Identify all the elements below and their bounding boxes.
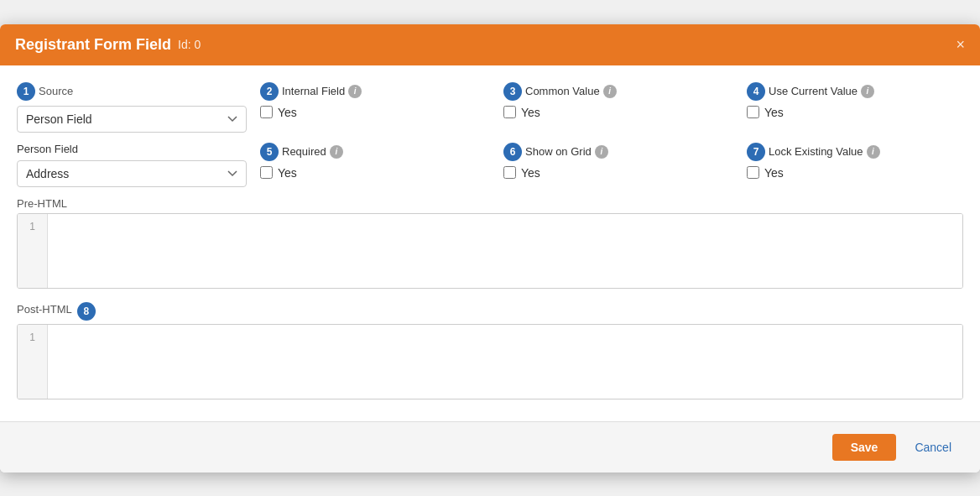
use-current-value-checkbox[interactable] bbox=[747, 106, 759, 118]
modal-container: Registrant Form Field Id: 0 × 1 Source P… bbox=[0, 24, 980, 473]
use-current-value-checkbox-label: Yes bbox=[764, 106, 784, 119]
step-badge-4: 4 bbox=[747, 82, 765, 101]
required-checkbox[interactable] bbox=[260, 166, 273, 179]
lock-existing-value-label-row: 7 Lock Existing Value i bbox=[747, 143, 950, 161]
use-current-value-col: 4 Use Current Value i Yes bbox=[747, 82, 963, 119]
common-value-info-icon[interactable]: i bbox=[603, 85, 617, 98]
step-badge-2: 2 bbox=[260, 82, 279, 101]
fields-row-2: Person Field Address 5 Required i Yes bbox=[17, 143, 963, 187]
common-value-checkbox-row: Yes bbox=[503, 106, 733, 119]
common-value-label-row: 3 Common Value i bbox=[503, 82, 733, 101]
person-field-label-row: Person Field bbox=[17, 143, 247, 155]
required-checkbox-label: Yes bbox=[278, 166, 297, 180]
internal-field-label-text: Internal Field bbox=[282, 85, 345, 97]
modal-body: 1 Source Person Field 2 Internal Field i… bbox=[0, 65, 980, 421]
source-label-row: 1 Source bbox=[17, 82, 247, 101]
common-value-checkbox[interactable] bbox=[503, 106, 516, 118]
show-on-grid-info-icon[interactable]: i bbox=[595, 145, 608, 159]
internal-field-checkbox-label: Yes bbox=[278, 106, 297, 119]
use-current-value-checkbox-row: Yes bbox=[747, 106, 950, 119]
step-badge-1: 1 bbox=[17, 82, 35, 101]
lock-existing-value-checkbox-label: Yes bbox=[764, 166, 784, 180]
internal-field-info-icon[interactable]: i bbox=[348, 85, 362, 98]
pre-html-section: Pre-HTML 1 bbox=[17, 197, 963, 289]
required-label-row: 5 Required i bbox=[260, 143, 490, 161]
use-current-value-label-row: 4 Use Current Value i bbox=[747, 82, 950, 101]
common-value-checkbox-label: Yes bbox=[521, 106, 540, 119]
step-badge-5: 5 bbox=[260, 143, 279, 161]
required-col: 5 Required i Yes bbox=[260, 143, 503, 180]
internal-field-checkbox-row: Yes bbox=[260, 106, 490, 119]
common-value-label-text: Common Value bbox=[525, 85, 600, 97]
post-html-gutter: 1 bbox=[18, 325, 48, 399]
show-on-grid-checkbox-label: Yes bbox=[521, 166, 540, 180]
pre-html-textarea[interactable] bbox=[48, 214, 962, 288]
lock-existing-value-checkbox-row: Yes bbox=[747, 166, 950, 180]
pre-html-editor: 1 bbox=[17, 213, 963, 289]
post-html-label: Post-HTML bbox=[17, 303, 72, 316]
lock-existing-value-info-icon[interactable]: i bbox=[867, 145, 880, 159]
required-checkbox-row: Yes bbox=[260, 166, 490, 180]
step-badge-6: 6 bbox=[503, 143, 522, 161]
fields-row-1: 1 Source Person Field 2 Internal Field i… bbox=[17, 82, 963, 133]
post-html-textarea[interactable] bbox=[48, 325, 962, 399]
show-on-grid-col: 6 Show on Grid i Yes bbox=[503, 143, 747, 180]
person-field-select[interactable]: Address bbox=[17, 160, 247, 187]
lock-existing-value-label-text: Lock Existing Value bbox=[769, 145, 863, 158]
internal-field-col: 2 Internal Field i Yes bbox=[260, 82, 503, 119]
modal-header: Registrant Form Field Id: 0 × bbox=[0, 24, 980, 65]
required-info-icon[interactable]: i bbox=[330, 145, 343, 159]
modal-title-text: Registrant Form Field bbox=[15, 36, 171, 54]
step-badge-8: 8 bbox=[77, 302, 96, 321]
use-current-value-info-icon[interactable]: i bbox=[861, 85, 874, 98]
post-html-section: Post-HTML 8 1 bbox=[17, 302, 963, 399]
step-badge-3: 3 bbox=[503, 82, 522, 101]
pre-html-gutter: 1 bbox=[18, 214, 48, 288]
show-on-grid-checkbox-row: Yes bbox=[503, 166, 733, 180]
modal-title-id: Id: 0 bbox=[178, 38, 201, 51]
show-on-grid-checkbox[interactable] bbox=[503, 166, 516, 179]
modal-title: Registrant Form Field Id: 0 bbox=[15, 36, 201, 54]
save-button[interactable]: Save bbox=[832, 434, 897, 461]
close-button[interactable]: × bbox=[956, 37, 965, 52]
internal-field-checkbox[interactable] bbox=[260, 106, 273, 118]
source-select[interactable]: Person Field bbox=[17, 106, 247, 133]
lock-existing-value-col: 7 Lock Existing Value i Yes bbox=[747, 143, 963, 180]
show-on-grid-label-text: Show on Grid bbox=[525, 145, 592, 158]
person-field-col: Person Field Address bbox=[17, 143, 260, 187]
step-badge-7: 7 bbox=[747, 143, 765, 161]
common-value-col: 3 Common Value i Yes bbox=[503, 82, 747, 119]
show-on-grid-label-row: 6 Show on Grid i bbox=[503, 143, 733, 161]
source-field: 1 Source Person Field bbox=[17, 82, 260, 133]
cancel-button[interactable]: Cancel bbox=[903, 434, 963, 461]
post-html-line-1: 1 bbox=[18, 330, 47, 345]
use-current-value-label-text: Use Current Value bbox=[769, 85, 858, 97]
person-field-label-text: Person Field bbox=[17, 143, 78, 155]
source-label-text: Source bbox=[39, 85, 73, 97]
lock-existing-value-checkbox[interactable] bbox=[747, 166, 759, 179]
modal-footer: Save Cancel bbox=[0, 421, 980, 473]
internal-field-label-row: 2 Internal Field i bbox=[260, 82, 490, 101]
post-html-editor: 1 bbox=[17, 324, 963, 399]
pre-html-line-1: 1 bbox=[18, 219, 47, 234]
required-label-text: Required bbox=[282, 145, 326, 158]
pre-html-label: Pre-HTML bbox=[17, 197, 963, 210]
